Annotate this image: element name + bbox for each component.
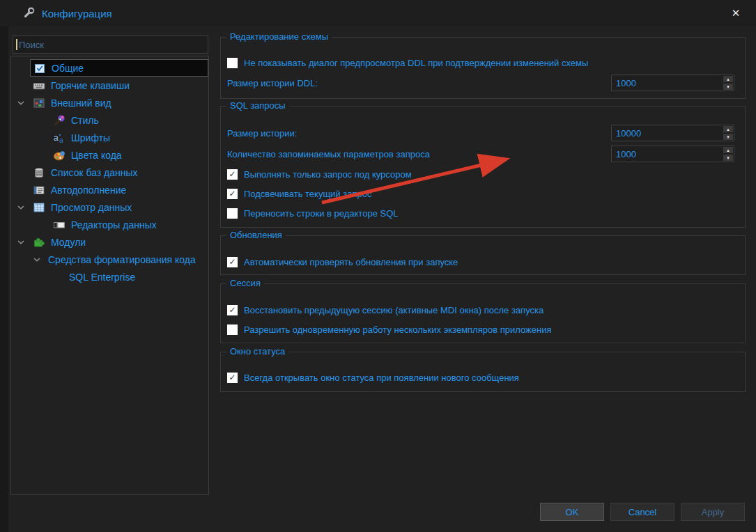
settings-tree: Общие Горячие клавиши [10,56,209,495]
checkbox[interactable] [227,58,238,68]
tree-item-code-formatting[interactable]: Средства форматирования кода [11,251,208,268]
spin-up-icon[interactable] [723,76,733,82]
apply-button[interactable]: Apply [681,503,745,521]
text-caret [16,39,17,50]
tree-item-style[interactable]: Стиль [11,111,208,129]
spin-down-icon[interactable] [723,155,733,161]
field-row-history-size: Размер истории: [227,123,734,143]
group-session: Сессия Восстановить предыдущую сессию (а… [220,283,746,343]
spin-down-icon[interactable] [723,134,733,140]
checkbox-row-highlight-current[interactable]: Подсвечивать текущий запрос [227,184,734,203]
numeric-input[interactable] [612,125,723,141]
group-updates: Обновления Автоматически проверять обнов… [220,235,746,275]
tree-item-data-view[interactable]: Просмотр данных [11,198,208,216]
checkbox-row-wrap-lines[interactable]: Переносить строки в редакторе SQL [227,203,734,223]
chevron-down-icon[interactable] [33,258,40,262]
ddl-history-size-input[interactable] [611,75,734,91]
field-row-params-count: Количество запоминаемых параметров запро… [227,143,734,164]
group-schema-editing: Редактирование схемы Не показывать диало… [220,37,746,99]
checkbox-row-auto-check-updates[interactable]: Автоматически проверять обновления при з… [227,252,734,272]
chevron-down-icon[interactable] [17,101,24,105]
ok-button[interactable]: OK [540,503,604,521]
checkbox[interactable] [227,324,238,335]
checkbox-row-multi-instance[interactable]: Разрешить одновременную работу нескольки… [227,320,734,340]
dialog-title: Конфигурация [42,8,112,19]
database-icon [33,166,45,179]
tree-item-database-list[interactable]: Список баз данных [11,164,208,181]
tree-item-modules[interactable]: Модули [11,233,208,251]
history-size-input[interactable] [611,125,734,141]
general-check-icon [33,62,46,75]
tree-item-sql-enterprise[interactable]: SQL Enterprise [11,268,208,285]
keyboard-icon [33,79,45,92]
left-edge-strip [0,26,8,532]
cancel-button[interactable]: Cancel [610,503,674,521]
field-row-ddl-history: Размер истории DDL: [227,72,734,93]
modules-puzzle-icon [33,236,45,249]
group-sql-queries: SQL запросы Размер истории: Количество з… [220,106,746,228]
checkbox[interactable] [227,373,238,383]
group-title: Сессия [226,278,264,289]
svg-text:a: a [54,132,59,142]
style-wand-icon [53,114,65,127]
numeric-input[interactable] [612,75,723,91]
chevron-down-icon[interactable] [17,205,24,210]
checkbox-row-always-open-status[interactable]: Всегда открывать окно статуса при появле… [227,368,734,387]
code-colors-palette-icon [53,149,65,162]
checkbox[interactable] [227,189,238,199]
params-count-input[interactable] [611,146,734,162]
group-title: Обновления [226,230,286,241]
data-view-grid-icon [33,201,45,214]
checkbox[interactable] [227,169,238,180]
checkbox-row-ddl-preview[interactable]: Не показывать диалог предпросмотра DDL п… [227,53,734,72]
checkbox-row-restore-session[interactable]: Восстановить предыдущую сессию (активные… [227,300,734,320]
group-title: SQL запросы [226,100,289,111]
spin-down-icon[interactable] [723,84,733,90]
fonts-icon: a a [53,132,65,144]
checkbox-row-exec-under-cursor[interactable]: Выполнять только запрос под курсором [227,164,734,184]
titlebar: Конфигурация ✕ [0,0,756,26]
autocomplete-icon [33,184,45,196]
spin-up-icon[interactable] [723,147,733,153]
tree-item-appearance[interactable]: Внешний вид [11,94,208,111]
configuration-dialog: Конфигурация ✕ Общие [0,0,756,532]
data-editors-icon [53,219,65,231]
checkbox[interactable] [227,305,238,315]
group-title: Окно статуса [226,346,288,357]
checkbox[interactable] [227,257,238,267]
tree-item-code-colors[interactable]: Цвета кода [11,146,208,164]
tree-item-autocomplete[interactable]: Автодополнение [11,181,208,198]
tree-item-data-editors[interactable]: Редакторы данных [11,216,208,233]
chevron-down-icon[interactable] [17,240,24,244]
close-icon[interactable]: ✕ [725,3,747,24]
wrench-icon [22,6,36,20]
numeric-input[interactable] [612,146,723,162]
svg-text:a: a [59,136,63,144]
group-status-window: Окно статуса Всегда открывать окно стату… [220,352,746,392]
group-title: Редактирование схемы [226,31,332,42]
checkbox[interactable] [227,208,238,219]
search-box [13,36,208,54]
tree-item-fonts[interactable]: a a Шрифты [11,129,208,146]
tree-item-hotkeys[interactable]: Горячие клавиши [11,77,208,94]
spin-up-icon[interactable] [723,126,733,132]
appearance-icon [33,97,45,109]
tree-item-general[interactable]: Общие [11,59,208,77]
search-input[interactable] [13,36,208,54]
